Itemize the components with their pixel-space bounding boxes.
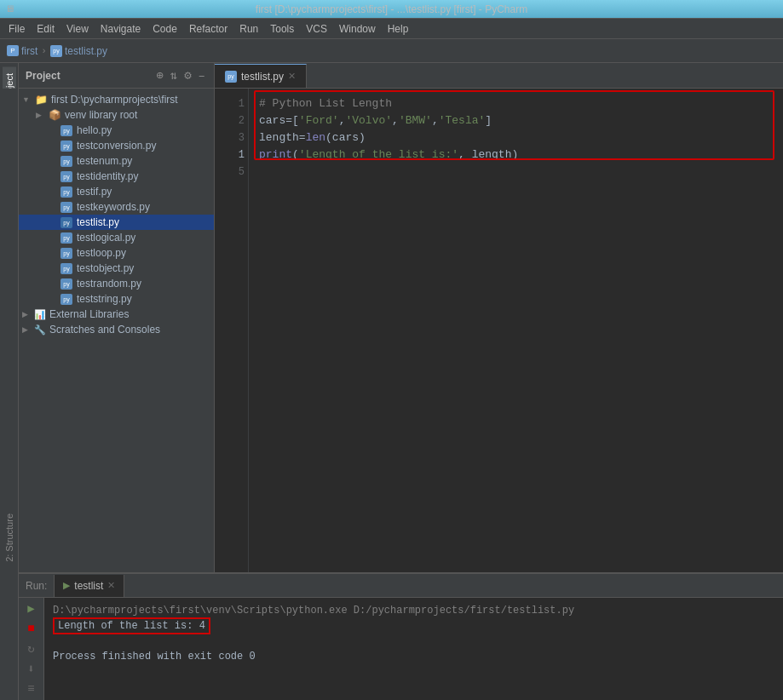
breadcrumb-separator: › <box>41 46 47 56</box>
menu-vcs[interactable]: VCS <box>301 21 332 37</box>
breadcrumb-first[interactable]: P first <box>7 45 37 57</box>
menu-navigate[interactable]: Navigate <box>95 21 146 37</box>
menu-run[interactable]: Run <box>234 21 263 37</box>
menu-window[interactable]: Window <box>334 21 381 37</box>
menu-view[interactable]: View <box>61 21 94 37</box>
py-file-icon-8: py <box>60 232 73 244</box>
run-output-empty <box>53 634 774 649</box>
run-rerun-button[interactable]: ↻ <box>23 641 40 657</box>
arrow-icon: ▼ <box>22 95 34 104</box>
workspace: Project ⊕ ⇅ ⚙ – ▼ 📁 first D:\pycharmproj… <box>19 63 783 700</box>
tree-item-testenum[interactable]: ▶ py testenum.py <box>19 153 214 169</box>
tree-item-root[interactable]: ▼ 📁 first D:\pycharmprojects\first <box>19 92 214 107</box>
project-panel: Project ⊕ ⇅ ⚙ – ▼ 📁 first D:\pycharmproj… <box>19 63 215 572</box>
tree-label-teststring: teststring.py <box>77 293 132 305</box>
arrow-external: ▶ <box>22 310 34 318</box>
project-header: Project ⊕ ⇅ ⚙ – <box>19 63 214 89</box>
tree-item-testconversion[interactable]: ▶ py testconversion.py <box>19 138 214 153</box>
run-tab-icon: ▶ <box>63 580 70 591</box>
menu-refactor[interactable]: Refactor <box>184 21 233 37</box>
tree-item-testobject[interactable]: ▶ py testobject.py <box>19 261 214 276</box>
editor-tab-testlist[interactable]: py testlist.py ✕ <box>215 64 307 88</box>
file-icon: py <box>50 45 62 57</box>
py-file-icon-2: py <box>60 140 73 152</box>
run-label: Run: <box>26 580 47 592</box>
run-result-highlighted: Length of the list is: 4 <box>53 617 210 634</box>
tree-label-testlist: testlist.py <box>77 216 119 228</box>
project-icon: P <box>7 45 19 56</box>
code-line-1: # Python List Length <box>259 95 773 112</box>
tree-item-testif[interactable]: ▶ py testif.py <box>19 184 214 199</box>
tree-item-hello[interactable]: ▶ py hello.py <box>19 123 214 138</box>
code-line-4: print ( 'Length of the list is:' , lengt… <box>259 146 773 164</box>
add-icon[interactable]: ⊕ <box>154 66 164 84</box>
bottom-panel: Run: ▶ testlist ✕ ▶ ■ ↻ ⬇ ≡ <box>19 572 783 700</box>
py-file-icon-4: py <box>60 170 73 182</box>
tab-close-button[interactable]: ✕ <box>288 71 296 82</box>
line-num-4: 1 <box>218 146 245 164</box>
project-tree: ▼ 📁 first D:\pycharmprojects\first ▶ 📦 v… <box>19 89 214 572</box>
tab-file-icon: py <box>225 71 237 83</box>
code-line-2: cars = [ 'Ford' , 'Volvo' , 'BMW' , 'Tes… <box>259 112 773 129</box>
menu-edit[interactable]: Edit <box>32 21 60 37</box>
py-file-icon-7: py <box>60 216 73 228</box>
tree-item-testlogical[interactable]: ▶ py testlogical.py <box>19 230 214 245</box>
tree-item-venv[interactable]: ▶ 📦 venv library root <box>19 107 214 123</box>
py-file-icon-11: py <box>60 278 73 290</box>
py-file-icon: py <box>60 124 73 136</box>
settings-icon[interactable]: ⚙ <box>182 66 193 84</box>
run-tab-label: testlist <box>74 580 103 592</box>
app-container: 1: Project Project ⊕ ⇅ ⚙ – <box>0 63 783 700</box>
collapse-icon[interactable]: ⇅ <box>169 66 179 84</box>
scratches-icon: 🔧 <box>34 324 46 336</box>
structure-strip: 2: Structure <box>0 89 19 572</box>
breadcrumb-file[interactable]: py testlist.py <box>50 45 107 57</box>
run-wrap-button[interactable]: ≡ <box>23 681 40 697</box>
code-area[interactable]: # Python List Length cars = [ 'Ford' , '… <box>249 89 783 572</box>
tab-label: testlist.py <box>241 71 284 83</box>
run-play-button[interactable]: ▶ <box>23 601 40 617</box>
tree-item-external[interactable]: ▶ 📊 External Libraries <box>19 307 214 322</box>
tree-item-testrandom[interactable]: ▶ py testrandom.py <box>19 276 214 291</box>
workspace-main: Project ⊕ ⇅ ⚙ – ▼ 📁 first D:\pycharmproj… <box>19 63 783 572</box>
tree-label-testconversion: testconversion.py <box>77 140 156 152</box>
run-tab-testlist[interactable]: ▶ testlist ✕ <box>54 575 124 597</box>
line-num-1: 1 <box>218 95 245 112</box>
editor-content[interactable]: 1 2 3 1 5 # Python List Length <box>215 89 783 572</box>
py-file-icon-6: py <box>60 201 73 213</box>
title-text: first [D:\pycharmprojects\first] - ...\t… <box>256 3 527 15</box>
menu-help[interactable]: Help <box>383 21 414 37</box>
py-file-icon-5: py <box>60 186 73 198</box>
py-file-icon-3: py <box>60 155 73 167</box>
run-stop-button[interactable]: ■ <box>23 622 40 637</box>
side-tab-structure[interactable]: 2: Structure <box>3 507 16 569</box>
run-output: D:\pycharmprojects\first\venv\Scripts\py… <box>44 598 783 700</box>
tree-label-testlogical: testlogical.py <box>77 232 135 244</box>
menu-file[interactable]: File <box>3 21 30 37</box>
folder-icon: 📁 <box>34 94 48 106</box>
code-line-3: length = len (cars) <box>259 129 773 146</box>
tree-item-teststring[interactable]: ▶ py teststring.py <box>19 291 214 307</box>
tree-label-root: first D:\pycharmprojects\first <box>51 94 178 106</box>
menu-code[interactable]: Code <box>147 21 182 37</box>
run-tab-close[interactable]: ✕ <box>107 580 115 591</box>
tree-item-testkeywords[interactable]: ▶ py testkeywords.py <box>19 199 214 215</box>
line-num-2: 2 <box>218 112 245 129</box>
tree-item-testlist[interactable]: ▶ py testlist.py <box>19 215 214 230</box>
code-line-5 <box>259 164 773 181</box>
tree-item-scratches[interactable]: ▶ 🔧 Scratches and Consoles <box>19 322 214 337</box>
tree-label-scratches: Scratches and Consoles <box>49 324 160 336</box>
run-content: ▶ ■ ↻ ⬇ ≡ D:\pycharmprojects\first\venv\… <box>19 598 783 700</box>
tree-item-testloop[interactable]: ▶ py testloop.py <box>19 245 214 261</box>
tree-item-testidentity[interactable]: ▶ py testidentity.py <box>19 169 214 184</box>
run-scroll-end-button[interactable]: ⬇ <box>23 662 40 677</box>
editor-area: py testlist.py ✕ 1 2 3 1 5 <box>215 63 783 572</box>
code-comment: # Python List Length <box>259 95 392 112</box>
line-num-3: 3 <box>218 129 245 146</box>
run-tab-bar: Run: ▶ testlist ✕ <box>19 574 783 598</box>
breadcrumb-bar: P first › py testlist.py <box>0 39 783 63</box>
ext-lib-icon: 📊 <box>34 309 46 320</box>
hide-icon[interactable]: – <box>197 67 207 84</box>
line-num-5: 5 <box>218 164 245 181</box>
menu-tools[interactable]: Tools <box>265 21 299 37</box>
